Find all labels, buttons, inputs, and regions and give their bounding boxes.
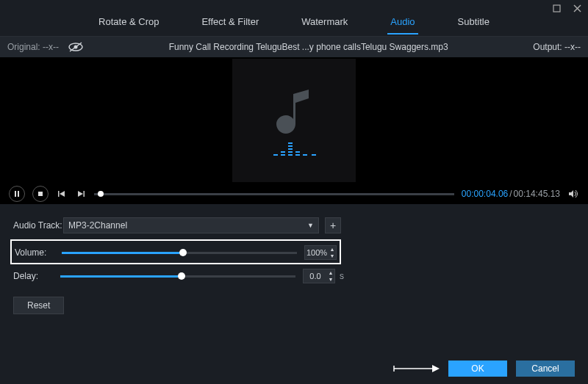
- audiotrack-label: Audio Track:: [13, 220, 63, 231]
- volume-label: Volume:: [15, 247, 62, 258]
- volume-value: 100%: [305, 248, 329, 257]
- volume-slider[interactable]: [62, 252, 297, 254]
- time-display: 00:00:04.06 / 00:14:45.13: [462, 189, 560, 199]
- svg-rect-0: [553, 5, 560, 12]
- next-frame-button[interactable]: [75, 188, 87, 200]
- svg-rect-15: [295, 151, 300, 153]
- svg-rect-13: [288, 142, 293, 144]
- time-separator: /: [509, 189, 512, 199]
- svg-rect-16: [303, 154, 307, 156]
- tab-rotate-crop[interactable]: Rotate & Crop: [96, 16, 162, 33]
- visibility-toggle-icon[interactable]: [68, 41, 84, 53]
- volume-icon[interactable]: [567, 188, 579, 200]
- volume-up-icon[interactable]: ▲: [329, 246, 336, 253]
- delay-spinbox[interactable]: 0.0 ▲▼: [303, 269, 335, 283]
- ok-button[interactable]: OK: [448, 361, 507, 377]
- tab-audio[interactable]: Audio: [387, 16, 417, 35]
- svg-rect-14: [295, 154, 300, 156]
- volume-down-icon[interactable]: ▼: [329, 253, 336, 259]
- svg-rect-12: [288, 145, 293, 147]
- delay-down-icon[interactable]: ▼: [327, 276, 334, 283]
- svg-marker-23: [78, 191, 83, 197]
- filename-label: Funny Call Recording TeluguBest ...y pho…: [84, 42, 533, 52]
- svg-rect-10: [288, 151, 293, 153]
- audio-preview-icon: [232, 59, 356, 182]
- tab-watermark[interactable]: Watermark: [298, 16, 351, 33]
- delay-value: 0.0: [304, 272, 327, 280]
- volume-highlight: Volume: 100% ▲▼: [10, 239, 341, 264]
- svg-rect-21: [58, 191, 60, 197]
- tab-subtitle[interactable]: Subtitle: [455, 16, 492, 33]
- preview-area: [0, 57, 588, 184]
- stop-button[interactable]: [32, 186, 49, 202]
- arrow-annotation-icon: [392, 364, 440, 373]
- svg-marker-28: [432, 365, 440, 372]
- svg-rect-18: [15, 191, 16, 197]
- cancel-button[interactable]: Cancel: [516, 361, 575, 377]
- pause-button[interactable]: [9, 186, 25, 202]
- svg-rect-8: [281, 151, 285, 153]
- volume-slider-knob[interactable]: [179, 249, 187, 256]
- svg-rect-7: [281, 154, 285, 156]
- current-time: 00:00:04.06: [462, 189, 508, 199]
- total-time: 00:14:45.13: [514, 189, 560, 199]
- add-audiotrack-button[interactable]: +: [325, 217, 341, 233]
- svg-rect-19: [18, 191, 19, 197]
- prev-frame-button[interactable]: [56, 188, 68, 200]
- playback-progress[interactable]: [94, 193, 454, 195]
- svg-rect-24: [84, 191, 85, 197]
- delay-label: Delay:: [13, 271, 60, 281]
- volume-spinbox[interactable]: 100% ▲▼: [304, 245, 337, 260]
- audiotrack-value: MP3-2Channel: [68, 220, 127, 231]
- close-button[interactable]: [572, 3, 582, 13]
- svg-rect-6: [273, 154, 278, 156]
- delay-unit: s: [340, 271, 344, 281]
- audiotrack-select[interactable]: MP3-2Channel ▼: [63, 217, 319, 233]
- svg-rect-20: [38, 192, 43, 196]
- svg-rect-17: [312, 154, 316, 156]
- svg-rect-9: [288, 154, 293, 156]
- delay-up-icon[interactable]: ▲: [327, 269, 334, 276]
- playback-knob[interactable]: [98, 191, 104, 197]
- info-bar: Original: --x-- Funny Call Recording Tel…: [0, 37, 588, 57]
- output-resolution-label: Output: --x--: [533, 42, 581, 52]
- tab-effect-filter[interactable]: Effect & Filter: [198, 16, 262, 33]
- svg-marker-22: [60, 191, 65, 197]
- tab-bar: Rotate & Crop Effect & Filter Watermark …: [0, 16, 588, 37]
- original-resolution-label: Original: --x--: [7, 42, 59, 52]
- svg-marker-25: [569, 190, 573, 198]
- delay-slider[interactable]: [60, 275, 295, 278]
- reset-button[interactable]: Reset: [13, 297, 64, 314]
- chevron-down-icon: ▼: [307, 222, 314, 229]
- svg-rect-11: [288, 148, 293, 150]
- delay-slider-knob[interactable]: [178, 272, 185, 280]
- maximize-button[interactable]: [551, 3, 562, 13]
